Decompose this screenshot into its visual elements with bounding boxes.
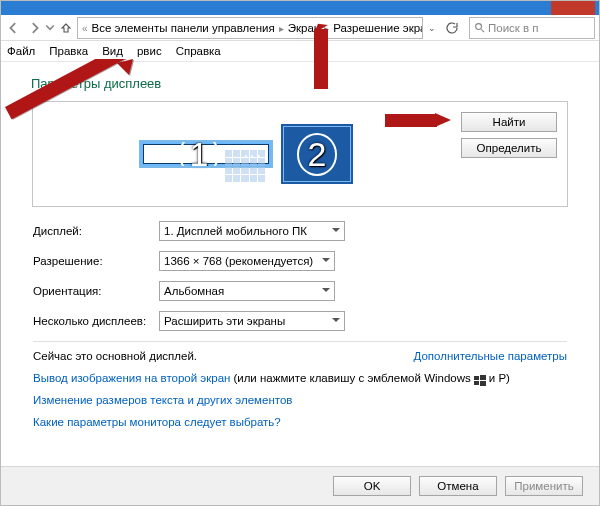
bottom-bar: OK Отмена Применить <box>1 466 599 505</box>
monitor-preview[interactable]: 1 ... 2 <box>33 102 461 206</box>
svg-rect-5 <box>480 375 486 380</box>
resolution-label: Разрешение: <box>33 255 159 267</box>
monitor-side-buttons: Найти Определить <box>461 102 567 206</box>
monitor-2[interactable]: 2 <box>281 124 353 184</box>
monitor-1[interactable]: 1 ... <box>141 142 271 166</box>
breadcrumbs[interactable]: « Все элементы панели управления ▸ Экран… <box>77 17 423 39</box>
chevron-right-icon: ▸ <box>323 23 330 34</box>
identify-button[interactable]: Определить <box>461 138 557 158</box>
textsize-link[interactable]: Изменение размеров текста и других элеме… <box>33 394 292 406</box>
ok-button[interactable]: OK <box>333 476 411 496</box>
forward-button[interactable] <box>25 19 43 37</box>
help-links: Вывод изображения на второй экран (или н… <box>33 368 567 434</box>
monitor-1-number: 1 <box>179 133 220 176</box>
breadcrumb-resolution[interactable]: Разрешение экрана <box>331 22 423 34</box>
apply-button[interactable]: Применить <box>505 476 583 496</box>
titlebar <box>1 1 599 15</box>
display-select[interactable]: 1. Дисплей мобильного ПК <box>159 221 345 241</box>
menu-file[interactable]: Файл <box>7 45 35 57</box>
row-orientation: Ориентация: Альбомная <box>33 281 567 301</box>
breadcrumb-chevrons: « <box>81 23 89 34</box>
multi-label: Несколько дисплеев: <box>33 315 159 327</box>
menu-view[interactable]: Вид <box>102 45 123 57</box>
project-hint-a: (или нажмите клавишу с эмблемой Windows <box>233 368 470 390</box>
up-button[interactable] <box>57 19 75 37</box>
history-dropdown[interactable] <box>45 19 55 37</box>
svg-point-3 <box>476 23 482 29</box>
project-link[interactable]: Вывод изображения на второй экран <box>33 368 230 390</box>
menu-edit[interactable]: Правка <box>49 45 88 57</box>
svg-rect-6 <box>474 381 479 385</box>
search-placeholder: Поиск в п <box>488 22 539 34</box>
primary-display-text: Сейчас это основной дисплей. <box>33 350 197 362</box>
monitor-preview-box: 1 ... 2 Найти Определить <box>32 101 568 207</box>
search-input[interactable]: Поиск в п <box>469 17 595 39</box>
monitor-dots: ... <box>244 143 263 161</box>
back-button[interactable] <box>5 19 23 37</box>
which-link[interactable]: Какие параметры монитора следует выбрать… <box>33 416 281 428</box>
window: « Все элементы панели управления ▸ Экран… <box>0 0 600 506</box>
display-label: Дисплей: <box>33 225 159 237</box>
page-title: Параметры дисплеев <box>31 76 571 91</box>
orientation-select[interactable]: Альбомная <box>159 281 335 301</box>
menubar: Файл Правка Вид рвис Справка <box>1 41 599 62</box>
project-hint-b: и P) <box>489 368 510 390</box>
svg-rect-4 <box>474 376 479 380</box>
search-icon <box>474 22 485 35</box>
breadcrumb-all-cp[interactable]: Все элементы панели управления <box>90 22 277 34</box>
advanced-params-link[interactable]: Дополнительные параметры <box>414 350 568 362</box>
breadcrumb-dropdown[interactable]: ⌄ <box>425 23 439 33</box>
chevron-right-icon: ▸ <box>278 23 285 34</box>
monitor-2-number: 2 <box>297 133 338 176</box>
resolution-select[interactable]: 1366 × 768 (рекомендуется) <box>159 251 335 271</box>
menu-help[interactable]: Справка <box>176 45 221 57</box>
address-bar: « Все элементы панели управления ▸ Экран… <box>1 15 599 41</box>
find-button[interactable]: Найти <box>461 112 557 132</box>
row-display: Дисплей: 1. Дисплей мобильного ПК <box>33 221 567 241</box>
row-multi-display: Несколько дисплеев: Расширить эти экраны <box>33 311 567 331</box>
multi-select[interactable]: Расширить эти экраны <box>159 311 345 331</box>
content: Параметры дисплеев 1 ... 2 <box>1 62 599 434</box>
primary-display-row: Сейчас это основной дисплей. Дополнитель… <box>33 341 567 362</box>
close-button[interactable] <box>551 1 595 15</box>
menu-service[interactable]: рвис <box>137 45 162 57</box>
svg-rect-7 <box>480 381 486 386</box>
windows-logo-icon <box>474 373 486 385</box>
breadcrumb-screen[interactable]: Экран <box>286 22 322 34</box>
refresh-button[interactable] <box>443 19 461 37</box>
orientation-label: Ориентация: <box>33 285 159 297</box>
row-resolution: Разрешение: 1366 × 768 (рекомендуется) <box>33 251 567 271</box>
cancel-button[interactable]: Отмена <box>419 476 497 496</box>
